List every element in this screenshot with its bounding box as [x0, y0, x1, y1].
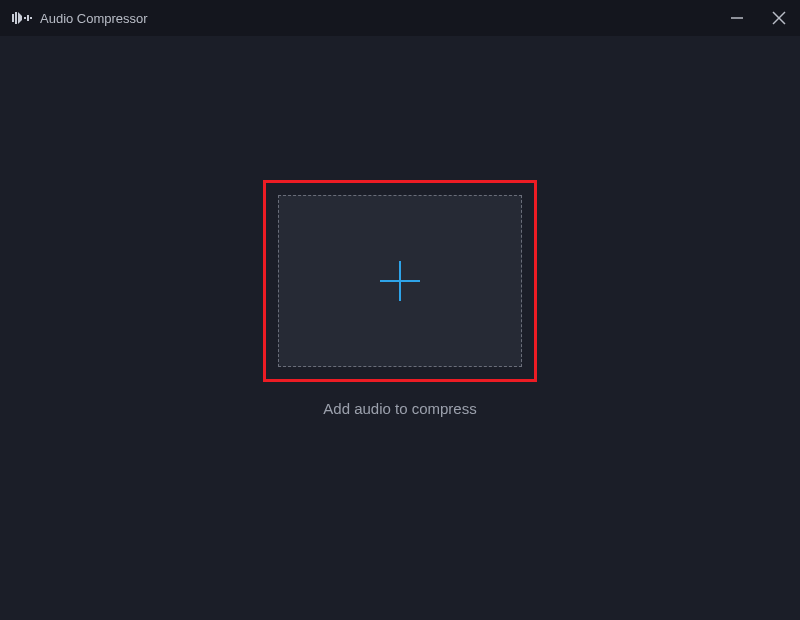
main-content: Add audio to compress [0, 36, 800, 620]
svg-rect-4 [27, 15, 29, 21]
svg-rect-3 [24, 17, 26, 19]
minimize-icon [730, 11, 744, 25]
instruction-text: Add audio to compress [323, 400, 476, 417]
titlebar-left: Audio Compressor [12, 10, 148, 26]
svg-rect-0 [12, 14, 14, 22]
highlight-frame [263, 180, 537, 382]
add-audio-dropzone[interactable] [278, 195, 522, 367]
svg-rect-1 [15, 12, 17, 24]
svg-rect-5 [30, 17, 32, 19]
titlebar-right [728, 9, 788, 27]
titlebar: Audio Compressor [0, 0, 800, 36]
plus-icon [380, 261, 420, 301]
close-button[interactable] [770, 9, 788, 27]
svg-marker-2 [18, 12, 22, 24]
close-icon [772, 11, 786, 25]
minimize-button[interactable] [728, 9, 746, 27]
app-title: Audio Compressor [40, 11, 148, 26]
audio-compressor-icon [12, 10, 32, 26]
